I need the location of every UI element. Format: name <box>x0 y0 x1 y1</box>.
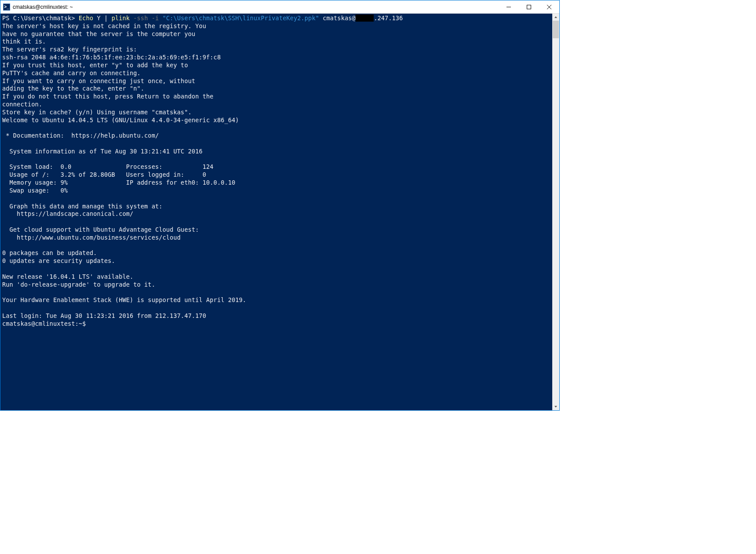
cmd-userhost: cmatskas@ <box>319 15 356 22</box>
output-line: Graph this data and manage this system a… <box>2 203 162 210</box>
scrollbar-track[interactable] <box>552 21 559 403</box>
output-line: Swap usage: 0% <box>2 187 68 194</box>
output-line: http://www.ubuntu.com/business/services/… <box>2 234 181 241</box>
terminal-area: PS C:\Users\chmatsk> Echo Y | plink -ssh… <box>0 14 559 410</box>
output-line: https://landscape.canonical.com/ <box>2 210 133 217</box>
output-line: PuTTY's cache and carry on connecting. <box>2 69 141 77</box>
output-line: have no guarantee that the server is the… <box>2 30 195 37</box>
output-line: If you do not trust this host, press Ret… <box>2 93 213 100</box>
terminal-output[interactable]: PS C:\Users\chmatsk> Echo Y | plink -ssh… <box>0 14 552 410</box>
output-line: Memory usage: 9% IP address for eth0: 10… <box>2 179 235 186</box>
cmd-keypath: "C:\Users\chmatsk\SSH\linuxPrivateKey2.p… <box>162 15 319 22</box>
window-controls <box>499 0 559 13</box>
output-line: New release '16.04.1 LTS' available. <box>2 273 133 280</box>
terminal-window: >_ cmatskas@cmlinuxtest: ~ PS C:\Users\c… <box>0 0 560 411</box>
cmd-args: -ssh -i <box>130 15 163 22</box>
output-line: Welcome to Ubuntu 14.04.5 LTS (GNU/Linux… <box>2 117 239 124</box>
output-line: Store key in cache? (y/n) Using username… <box>2 109 191 116</box>
output-line: If you want to carry on connecting just … <box>2 77 195 84</box>
cmd-ipsuffix: .247.136 <box>374 15 403 22</box>
cmd-pipe: | <box>104 15 112 22</box>
output-line: Usage of /: 3.2% of 28.80GB Users logged… <box>2 171 206 178</box>
svg-marker-4 <box>554 16 557 18</box>
output-line: Get cloud support with Ubuntu Advantage … <box>2 226 199 233</box>
output-line: * Documentation: https://help.ubuntu.com… <box>2 132 159 139</box>
redacted-ip: █████ <box>356 15 374 22</box>
powershell-icon: >_ <box>3 4 10 11</box>
output-line: ssh-rsa 2048 a4:6e:f1:76:b5:1f:ee:23:bc:… <box>2 54 221 61</box>
titlebar[interactable]: >_ cmatskas@cmlinuxtest: ~ <box>0 0 559 14</box>
output-line: System information as of Tue Aug 30 13:2… <box>2 148 202 155</box>
output-line: Run 'do-release-upgrade' to upgrade to i… <box>2 281 155 288</box>
output-line: connection. <box>2 101 42 108</box>
scroll-up-button[interactable] <box>552 14 559 21</box>
svg-rect-1 <box>527 5 531 9</box>
output-line: If you trust this host, enter "y" to add… <box>2 62 188 69</box>
cmd-y: Y <box>93 15 104 22</box>
output-line: adding the key to the cache, enter "n". <box>2 85 144 92</box>
cmd-echo: Echo <box>79 15 93 22</box>
output-line: System load: 0.0 Processes: 124 <box>2 163 213 170</box>
svg-marker-5 <box>554 406 557 408</box>
output-line: 0 updates are security updates. <box>2 257 115 264</box>
output-line: Your Hardware Enablement Stack (HWE) is … <box>2 296 246 303</box>
scroll-down-button[interactable] <box>552 403 559 410</box>
output-line: think it is. <box>2 38 46 45</box>
output-line: The server's host key is not cached in t… <box>2 22 206 29</box>
window-title: cmatskas@cmlinuxtest: ~ <box>13 4 499 10</box>
cmd-plink: plink <box>111 15 129 22</box>
ps-prompt: PS C:\Users\chmatsk> <box>2 15 79 22</box>
shell-prompt: cmatskas@cmlinuxtest:~$ <box>2 320 86 327</box>
maximize-button[interactable] <box>519 0 539 13</box>
output-line: Last login: Tue Aug 30 11:23:21 2016 fro… <box>2 312 206 319</box>
output-line: 0 packages can be updated. <box>2 249 97 256</box>
vertical-scrollbar[interactable] <box>552 14 559 410</box>
output-line: The server's rsa2 key fingerprint is: <box>2 46 137 53</box>
scrollbar-thumb[interactable] <box>553 21 559 38</box>
minimize-button[interactable] <box>499 0 519 13</box>
close-button[interactable] <box>539 0 559 13</box>
